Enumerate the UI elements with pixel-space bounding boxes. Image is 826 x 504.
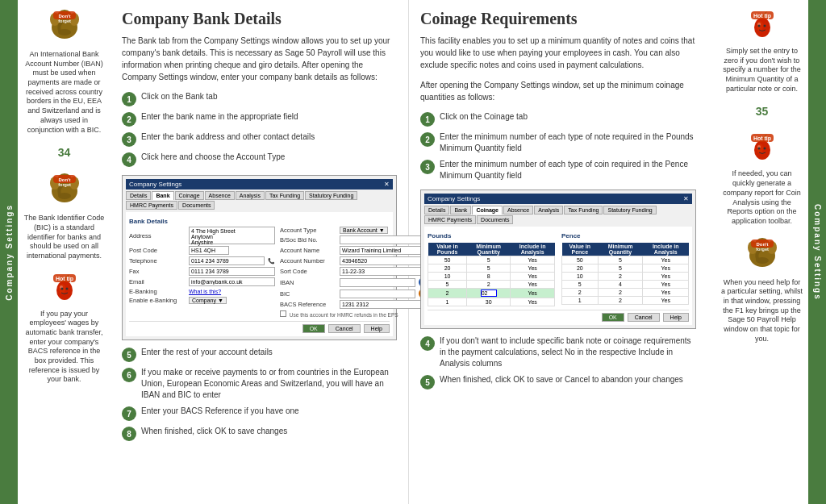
ctab-details[interactable]: Details [424, 206, 449, 215]
ok-button-bank[interactable]: OK [302, 324, 325, 333]
step-number-6: 6 [122, 368, 136, 382]
cancel-button-bank[interactable]: Cancel [328, 324, 361, 333]
bank-details-steps: 1 Click on the Bank tab 2 Enter the bank… [122, 91, 397, 167]
table-row-selected: 2Yes [428, 289, 555, 298]
ebanking-dropdown[interactable]: Company ▼ [189, 297, 227, 304]
sidebar-left: Company Settings [0, 0, 18, 504]
step-number-4: 4 [122, 152, 136, 167]
svg-text:Hot tip: Hot tip [55, 276, 73, 282]
table-row: 52Yes [428, 281, 555, 289]
screenshot-close[interactable]: ✕ [384, 181, 390, 188]
coinage-screenshot-title: Company Settings [428, 195, 480, 202]
screenshot-titlebar: Company Settings ✕ [126, 179, 393, 190]
form-row-iban: IBAN [280, 277, 428, 287]
bank-details-steps-2: 5 Enter the rest of your account details… [122, 347, 397, 441]
tab-docs[interactable]: Documents [178, 201, 215, 210]
step-text-8: When finished, click OK to save changes [141, 426, 397, 437]
table-row: 12Yes [562, 297, 689, 305]
table-row: 505Yes [562, 256, 689, 264]
form-row-account-name: Account Name [280, 246, 428, 255]
tab-analysis[interactable]: Analysis [236, 191, 265, 200]
pence-table: Value in Pence Minimum Quantity Include … [561, 243, 689, 305]
ctab-hmrc[interactable]: HMRC Payments [424, 215, 476, 224]
coinage-close[interactable]: ✕ [683, 195, 689, 202]
tab-coinage[interactable]: Coinage [175, 191, 204, 200]
page-number-right: 35 [756, 105, 769, 118]
hmrc-checkbox[interactable] [280, 310, 286, 317]
table-row: 505Yes [428, 256, 555, 264]
ctab-absence[interactable]: Absence [503, 206, 533, 215]
step-7: 7 Enter your BACS Reference if you have … [122, 406, 397, 421]
tab-hmrc[interactable]: HMRC Payments [126, 201, 177, 210]
tab-absence[interactable]: Absence [205, 191, 235, 200]
form-row-account-type: Account Type Bank Account ▼ [280, 227, 428, 234]
form-row-sort-code: Sort Code [280, 267, 428, 276]
min-qty-input[interactable] [481, 289, 497, 297]
coinage-step-text-2: Enter the minimum number of each type of… [440, 131, 696, 154]
ok-button-coinage[interactable]: OK [602, 313, 624, 322]
ctab-tax[interactable]: Tax Funding [564, 206, 603, 215]
form-row-bsoc: B/Soc Bld No. [280, 235, 428, 244]
ctab-analysis[interactable]: Analysis [534, 206, 563, 215]
pounds-col-include: Include in Analysis [511, 243, 555, 256]
bank-screenshot: Company Settings ✕ Details Bank Coinage … [122, 175, 397, 340]
form-row-address: Address 4 The High StreetAnytownAnyshire [129, 227, 275, 244]
svg-point-28 [65, 287, 68, 289]
svg-text:forget: forget [58, 19, 71, 23]
coinage-screenshot-titlebar: Company Settings ✕ [424, 194, 692, 204]
help-button-coinage[interactable]: Help [663, 313, 689, 322]
table-row: 205Yes [428, 264, 555, 273]
coinage-step-text-4: If you don't want to include specific ba… [440, 335, 696, 369]
mascot-text-1: An International Bank Account Number (IB… [23, 50, 106, 135]
mascot-text-3: If you pay your employees' wages by auto… [23, 310, 106, 385]
coinage-steps-2: 4 If you don't want to include specific … [420, 335, 696, 389]
step-number-8: 8 [122, 427, 136, 441]
tab-details[interactable]: Details [126, 191, 151, 200]
postcode-input[interactable] [189, 246, 229, 255]
fax-input[interactable] [189, 267, 275, 276]
pounds-title: Pounds [428, 232, 555, 240]
form-row-enable-ebanking: Enable e-Banking Company ▼ [129, 297, 275, 304]
screenshot-footer: OK Cancel Help [129, 321, 390, 333]
mascot-hot-tip-right-1: Hot tip Simply set the entry to zero if … [720, 6, 803, 94]
mascot-dont-forget-right: Don't forget When you need help for a pa… [720, 235, 803, 344]
ebanking-link[interactable]: What is this? [189, 289, 221, 294]
ctab-bank[interactable]: Bank [450, 206, 471, 215]
pence-col-include: Include in Analysis [643, 243, 689, 256]
help-button-bank[interactable]: Help [364, 324, 390, 333]
telephone-input[interactable] [189, 256, 265, 265]
bank-details-title: Company Bank Details [122, 10, 397, 28]
step-text-4: Click here and choose the Account Type [141, 152, 397, 163]
coinage-step-number-2: 2 [420, 132, 435, 147]
table-row: 102Yes [562, 273, 689, 281]
screenshot-tabs: Details Bank Coinage Absence Analysis Ta… [126, 191, 393, 210]
coinage-section: Coinage Requirements This facility enabl… [409, 0, 707, 504]
form-row-fax: Fax [129, 267, 275, 276]
pounds-table: Value in Pounds Minimum Quantity Include… [428, 243, 555, 306]
mascot-text-right-1: Simply set the entry to zero if you don'… [720, 47, 803, 94]
left-margin: Don't forget An International Bank Accou… [18, 0, 111, 504]
pounds-col-min: Minimum Quantity [467, 243, 511, 256]
ctab-stat[interactable]: Statutory Funding [603, 206, 656, 215]
tab-tax-funding[interactable]: Tax Funding [265, 191, 304, 200]
account-type-dropdown[interactable]: Bank Account ▼ [340, 227, 388, 234]
coinage-step-5: 5 When finished, click OK to save or Can… [420, 374, 696, 389]
step-4: 4 Click here and choose the Account Type [122, 152, 397, 167]
svg-point-35 [763, 25, 766, 27]
svg-point-27 [60, 287, 63, 289]
form-row-bic: BIC [280, 289, 428, 298]
bank-details-subtitle: Bank Details [129, 218, 390, 225]
ctab-coinage[interactable]: Coinage [472, 206, 503, 215]
ctab-docs[interactable]: Documents [477, 215, 513, 224]
step-number-3: 3 [122, 132, 136, 147]
cancel-button-coinage[interactable]: Cancel [628, 313, 660, 322]
pence-col-min: Minimum Quantity [598, 243, 643, 256]
form-row-bacs: BACS Reference [280, 300, 428, 309]
coinage-step-text-1: Click on the Coinage tab [440, 111, 696, 123]
email-input[interactable] [189, 277, 275, 286]
sidebar-right-label: Company Settings [813, 204, 822, 301]
bic-input[interactable] [340, 289, 415, 298]
iban-input[interactable] [340, 278, 415, 287]
tab-bank[interactable]: Bank [152, 191, 173, 200]
tab-statutory[interactable]: Statutory Funding [305, 191, 357, 200]
